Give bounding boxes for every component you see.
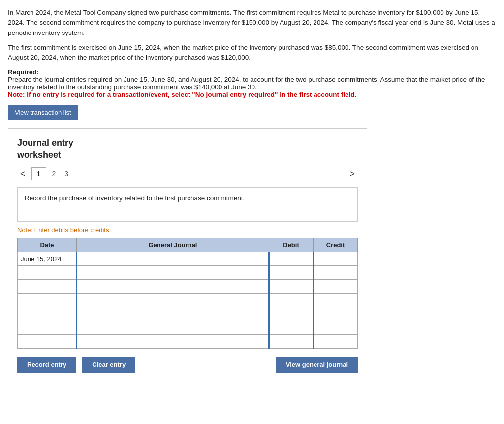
task-description-box: Record the purchase of inventory related…: [17, 187, 358, 222]
view-general-journal-button[interactable]: View general journal: [276, 357, 358, 373]
debit-input[interactable]: [270, 307, 313, 321]
note-red: Note: If no entry is required for a tran…: [8, 91, 356, 98]
debit-input[interactable]: [270, 266, 313, 279]
cell-general-journal[interactable]: [77, 252, 269, 266]
credit-input[interactable]: [314, 321, 357, 334]
cell-credit[interactable]: [314, 252, 358, 266]
credit-input[interactable]: [314, 280, 357, 293]
cell-general-journal[interactable]: [77, 294, 269, 307]
cell-date: [18, 280, 77, 294]
buttons-row: Record entry Clear entry View general jo…: [17, 357, 358, 373]
table-row: [18, 335, 358, 349]
credit-input[interactable]: [314, 252, 357, 265]
table-row: [18, 307, 358, 321]
intro-paragraph-1: In March 2024, the Metal Tool Company si…: [8, 8, 496, 38]
cell-credit[interactable]: [314, 321, 358, 335]
cell-general-journal[interactable]: [77, 321, 269, 335]
intro-section: In March 2024, the Metal Tool Company si…: [8, 8, 496, 63]
table-row: [18, 266, 358, 280]
cell-general-journal[interactable]: [77, 266, 269, 280]
col-header-general-journal: General Journal: [77, 238, 269, 252]
task-description-text: Record the purchase of inventory related…: [25, 195, 245, 202]
credit-input[interactable]: [314, 335, 357, 348]
cell-date: [18, 335, 77, 349]
general-journal-input[interactable]: [77, 294, 268, 307]
debit-input[interactable]: [270, 252, 313, 265]
cell-credit[interactable]: [314, 335, 358, 349]
cell-general-journal[interactable]: [77, 280, 269, 294]
table-row: [18, 280, 358, 294]
cell-debit[interactable]: [269, 335, 314, 349]
credit-input[interactable]: [314, 266, 357, 279]
cell-credit[interactable]: [314, 266, 358, 280]
cell-credit[interactable]: [314, 280, 358, 294]
intro-paragraph-2: The first commitment is exercised on Jun…: [8, 43, 496, 63]
col-header-credit: Credit: [314, 238, 358, 252]
pagination-row: < 1 2 3 >: [17, 167, 358, 180]
credit-input[interactable]: [314, 307, 357, 321]
table-row: [18, 294, 358, 307]
clear-entry-button[interactable]: Clear entry: [82, 357, 135, 373]
cell-general-journal[interactable]: [77, 335, 269, 349]
general-journal-input[interactable]: [77, 280, 268, 293]
cell-date: [18, 266, 77, 280]
general-journal-input[interactable]: [77, 335, 268, 348]
required-label: Required:: [8, 68, 39, 76]
col-header-debit: Debit: [269, 238, 314, 252]
required-section: Required: Prepare the journal entries re…: [8, 68, 496, 98]
general-journal-input[interactable]: [77, 307, 268, 321]
col-header-date: Date: [18, 238, 77, 252]
debit-input[interactable]: [270, 335, 313, 348]
general-journal-input[interactable]: [77, 321, 268, 334]
debit-input[interactable]: [270, 280, 313, 293]
cell-debit[interactable]: [269, 266, 314, 280]
general-journal-input[interactable]: [77, 266, 268, 279]
cell-debit[interactable]: [269, 252, 314, 266]
record-entry-button[interactable]: Record entry: [17, 357, 76, 373]
active-page-box[interactable]: 1: [32, 167, 46, 180]
cell-date: [18, 294, 77, 307]
cell-debit[interactable]: [269, 307, 314, 321]
required-text: Prepare the journal entries required on …: [8, 76, 485, 91]
debit-input[interactable]: [270, 321, 313, 334]
cell-debit[interactable]: [269, 280, 314, 294]
journal-worksheet: Journal entry worksheet < 1 2 3 > Record…: [8, 128, 367, 382]
cell-date: June 15, 2024: [18, 252, 77, 266]
general-journal-input[interactable]: [77, 252, 268, 265]
cell-credit[interactable]: [314, 307, 358, 321]
journal-table: Date General Journal Debit Credit June 1…: [17, 238, 358, 349]
cell-debit[interactable]: [269, 294, 314, 307]
note-debits: Note: Enter debits before credits.: [17, 227, 358, 234]
cell-general-journal[interactable]: [77, 307, 269, 321]
table-row: [18, 321, 358, 335]
cell-debit[interactable]: [269, 321, 314, 335]
cell-date: [18, 307, 77, 321]
view-transaction-button[interactable]: View transaction list: [8, 105, 78, 120]
journal-title: Journal entry worksheet: [17, 137, 358, 161]
next-page-button[interactable]: >: [346, 168, 358, 180]
page-2-label[interactable]: 2: [49, 168, 59, 180]
debit-input[interactable]: [270, 294, 313, 307]
cell-credit[interactable]: [314, 294, 358, 307]
credit-input[interactable]: [314, 294, 357, 307]
cell-date: [18, 321, 77, 335]
page-3-label[interactable]: 3: [62, 168, 71, 180]
prev-page-button[interactable]: <: [17, 168, 29, 180]
table-row: June 15, 2024: [18, 252, 358, 266]
